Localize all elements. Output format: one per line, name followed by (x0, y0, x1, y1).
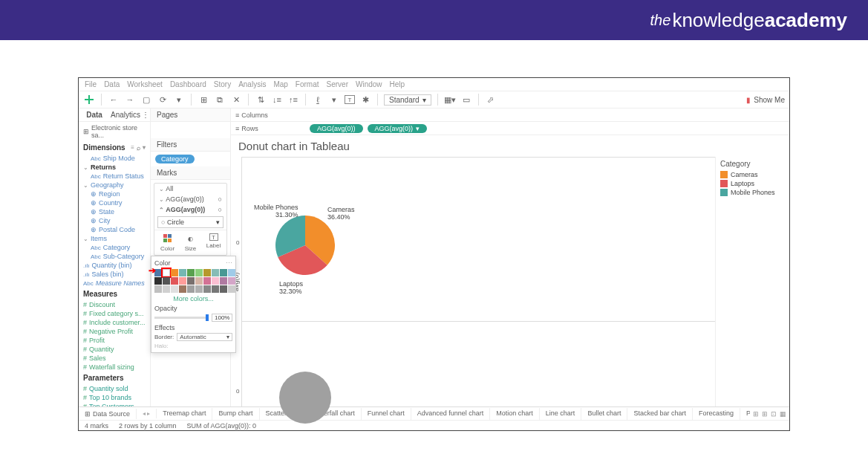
dropdown-icon[interactable]: ▾ (143, 144, 146, 152)
filters-shelf[interactable]: Filters (151, 138, 230, 152)
search-icon[interactable]: ⌕ (137, 144, 140, 152)
rows-shelf[interactable]: ≡Rows (231, 125, 305, 132)
sheet-tab[interactable]: Motion chart (490, 408, 540, 420)
measure-item[interactable]: #Fixed category s... (82, 309, 147, 318)
marks-color-button[interactable]: Color (156, 233, 179, 252)
color-swatch[interactable] (179, 269, 186, 276)
color-swatch[interactable] (179, 277, 186, 285)
new-dashboard-icon[interactable]: ⊞ (762, 410, 768, 418)
sheet-tab[interactable]: Bump chart (212, 408, 259, 420)
color-popup-menu-icon[interactable]: ⋯ (226, 259, 232, 267)
presentation-icon[interactable]: ▭ (460, 94, 472, 106)
dimension-item[interactable]: ⊕Postal Code (82, 225, 147, 234)
sheet-tab[interactable]: Forecasting (693, 408, 740, 420)
color-swatch[interactable] (163, 269, 170, 276)
more-colors-link[interactable]: More colors... (154, 295, 232, 302)
overlay-circle[interactable] (279, 372, 331, 424)
tab-data-source[interactable]: ⊞Data Source (79, 409, 137, 419)
sheet-tab[interactable]: Treemap chart (157, 408, 212, 420)
tab-nav[interactable]: ◂ ▸ (137, 409, 157, 418)
dimension-item[interactable]: .ılıSales (bin) (82, 270, 147, 279)
menu-file[interactable]: File (85, 80, 97, 88)
duplicate-icon[interactable]: ⧉ (214, 94, 226, 106)
data-tab[interactable]: Data (79, 108, 110, 121)
menu-dashboard[interactable]: Dashboard (170, 80, 206, 88)
back-icon[interactable]: ← (108, 94, 120, 106)
color-swatch[interactable] (195, 285, 203, 293)
tableau-logo-icon[interactable] (83, 94, 95, 106)
sheet-tab[interactable]: Advanced funnel chart (411, 408, 491, 420)
dimension-item[interactable]: ⊕State (82, 207, 147, 216)
sheet-tab[interactable]: Parameters (740, 408, 750, 420)
menu-data[interactable]: Data (104, 80, 120, 88)
color-swatch[interactable] (220, 277, 227, 285)
data-tabs-menu-icon[interactable]: ⋮ (141, 108, 150, 121)
sheet-tab[interactable]: Bullet chart (581, 408, 627, 420)
mark-type-selector[interactable]: ○ Circle▾ (157, 216, 223, 228)
opacity-input[interactable]: 100% (212, 314, 232, 322)
measure-item[interactable]: #Discount (82, 300, 147, 309)
menu-story[interactable]: Story (214, 80, 231, 88)
sort-desc-icon[interactable]: ↑≡ (287, 94, 299, 106)
new-sheet-icon[interactable]: ⊞ (753, 410, 759, 418)
color-swatch[interactable] (171, 285, 178, 293)
dimension-item[interactable]: ⊕City (82, 216, 147, 225)
legend-item[interactable]: Cameras (720, 171, 785, 178)
menu-window[interactable]: Window (356, 80, 382, 88)
color-swatch[interactable] (203, 285, 211, 293)
pill-dropdown-icon[interactable]: ▾ (416, 125, 420, 132)
filter-pill-category[interactable]: Category (155, 155, 195, 163)
dimensions-menu-icon[interactable]: ≡ (131, 144, 134, 152)
menu-help[interactable]: Help (390, 80, 405, 88)
measure-item[interactable]: #Include customer... (82, 318, 147, 327)
marks-agg-2-menu-icon[interactable]: ○ (218, 206, 222, 213)
show-filmstrip-icon[interactable]: ▦ (780, 410, 786, 418)
dimension-item[interactable]: AbcMeasure Names (82, 279, 147, 288)
color-swatch[interactable] (228, 269, 235, 276)
sheet-tab[interactable]: Line chart (540, 408, 582, 420)
connect-icon[interactable]: ⟳ (157, 94, 169, 106)
parameter-item[interactable]: #Top 10 brands (82, 393, 147, 402)
menu-format[interactable]: Format (296, 80, 319, 88)
menu-server[interactable]: Server (327, 80, 348, 88)
dimension-item[interactable]: ⌄Items (82, 234, 147, 243)
label-icon[interactable]: T (345, 95, 355, 104)
share-icon[interactable]: ⬀ (485, 94, 497, 106)
measure-item[interactable]: #Sales (82, 354, 147, 363)
dimension-item[interactable]: AbcCategory (82, 243, 147, 252)
marks-agg-2[interactable]: ⌃ AGG(avg(0))○ (154, 204, 226, 215)
measure-item[interactable]: #Profit (82, 336, 147, 345)
dimension-item[interactable]: ⌄Geography (82, 181, 147, 189)
color-swatch[interactable] (154, 277, 162, 285)
color-swatch[interactable] (187, 277, 195, 285)
analytics-tab[interactable]: Analytics (110, 108, 141, 121)
dimension-item[interactable]: AbcSub-Category (82, 252, 147, 261)
dimension-item[interactable]: ⌄Returns (82, 163, 147, 172)
new-story-icon[interactable]: ⊡ (771, 410, 777, 418)
marks-label-button[interactable]: T Label (202, 233, 225, 252)
pin-icon[interactable]: ✱ (359, 94, 371, 106)
color-swatch[interactable] (228, 285, 235, 293)
row-pill-2[interactable]: AGG(avg(0))▾ (368, 124, 428, 133)
clear-icon[interactable]: ✕ (230, 94, 242, 106)
color-swatch[interactable] (163, 277, 170, 285)
color-swatch[interactable] (179, 285, 186, 293)
color-swatch[interactable] (212, 285, 219, 293)
legend-item[interactable]: Mobile Phones (720, 189, 785, 196)
row-pill-1[interactable]: AGG(avg(0)) (310, 124, 363, 133)
color-swatch[interactable] (195, 269, 203, 276)
marks-agg-1-menu-icon[interactable]: ○ (218, 195, 222, 203)
columns-shelf[interactable]: ≡Columns (231, 111, 305, 119)
menu-map[interactable]: Map (273, 80, 287, 88)
marks-all[interactable]: ⌄ All (154, 184, 226, 194)
swap-icon[interactable]: ⇅ (255, 94, 267, 106)
dimension-item[interactable]: .ılıQuantity (bin) (82, 261, 147, 270)
sheet-tab[interactable]: Stacked bar chart (627, 408, 693, 420)
highlight-icon[interactable]: ℓ (312, 94, 324, 106)
marks-agg-1[interactable]: ⌄ AGG(avg(0))○ (154, 194, 226, 204)
color-swatch[interactable] (212, 269, 219, 276)
datasource-name[interactable]: ⊞ Electronic store sa... (79, 122, 150, 141)
menu-analysis[interactable]: Analysis (238, 80, 266, 88)
pages-shelf[interactable]: Pages (151, 108, 230, 122)
cards-icon[interactable]: ▦▾ (444, 94, 456, 106)
